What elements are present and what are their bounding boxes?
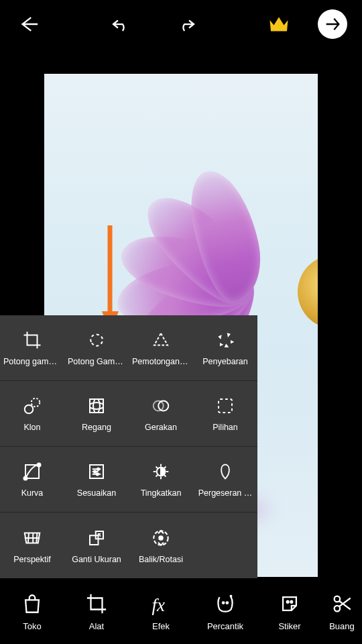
- beautify-icon: [213, 592, 237, 616]
- tool-select[interactable]: Pilihan: [193, 381, 257, 446]
- tool-curve[interactable]: Kurva: [0, 447, 64, 512]
- tool-label: Gerakan: [145, 423, 177, 432]
- tool-perspective[interactable]: Perspektif: [0, 513, 64, 578]
- tool-motion[interactable]: Gerakan: [129, 381, 193, 446]
- svg-point-21: [227, 602, 229, 604]
- tool-label: Potong gamb…: [3, 357, 61, 366]
- svg-text:fx: fx: [152, 594, 166, 614]
- stretch-icon: [86, 395, 107, 417]
- nav-label: Efek: [152, 621, 170, 631]
- svg-point-9: [38, 464, 41, 467]
- svg-point-13: [97, 473, 99, 475]
- disperse-icon: [215, 329, 236, 351]
- nav-shop[interactable]: Toko: [0, 592, 64, 631]
- tool-clone[interactable]: Klon: [0, 381, 64, 446]
- tool-label: Balik/Rotasi: [139, 555, 183, 564]
- svg-point-11: [97, 468, 99, 470]
- redo-icon: [177, 14, 197, 34]
- cutout-icon: [330, 592, 354, 616]
- tool-label: Kurva: [21, 488, 44, 498]
- tool-label: Sesuaikan: [77, 488, 116, 498]
- nav-beautify[interactable]: Percantik: [193, 592, 257, 631]
- tool-label: Penyebaran: [202, 357, 247, 366]
- tool-label: Pergeseran …: [198, 488, 253, 498]
- tool-label: Pemotongan …: [132, 357, 190, 366]
- tool-shape-crop[interactable]: Pemotongan …: [129, 315, 193, 380]
- select-icon: [215, 395, 236, 417]
- nav-sticker[interactable]: Stiker: [257, 592, 322, 631]
- motion-icon: [150, 395, 172, 417]
- curve-icon: [21, 461, 43, 482]
- redo-button[interactable]: [174, 11, 200, 38]
- shape-crop-icon: [150, 329, 172, 351]
- tool-adjust[interactable]: Sesuaikan: [64, 447, 129, 512]
- resize-icon: [86, 527, 107, 549]
- nav-tools[interactable]: Alat: [64, 592, 129, 631]
- svg-rect-3: [90, 399, 103, 413]
- effects-icon: fx: [149, 592, 173, 616]
- tilt-shift-icon: [215, 461, 236, 482]
- crown-icon: [267, 12, 291, 36]
- tool-disperse[interactable]: Penyebaran: [193, 315, 257, 380]
- tool-label: Pilihan: [213, 423, 238, 432]
- tool-flip-rotate[interactable]: Balik/Rotasi: [129, 513, 193, 578]
- tool-label: Perspektif: [13, 555, 51, 564]
- tool-enhance[interactable]: Tingkatkan: [129, 447, 193, 512]
- shop-icon: [20, 592, 44, 616]
- svg-rect-6: [219, 399, 232, 413]
- tool-crop[interactable]: Potong gamb…: [0, 315, 64, 380]
- tool-label: Tingkatkan: [141, 488, 182, 498]
- premium-button[interactable]: [265, 11, 292, 38]
- tool-label: Regang: [82, 423, 111, 432]
- flip-rotate-icon: [150, 527, 172, 549]
- tool-label: Potong Gamb…: [68, 357, 125, 366]
- svg-point-18: [159, 536, 162, 539]
- nav-label: Buang: [329, 621, 355, 631]
- nav-label: Stiker: [278, 621, 300, 631]
- next-button[interactable]: [318, 9, 347, 39]
- tool-resize[interactable]: Ganti Ukuran: [64, 513, 129, 578]
- nav-cutout[interactable]: Buang: [322, 592, 362, 631]
- clone-icon: [21, 395, 43, 417]
- nav-label: Toko: [23, 621, 41, 631]
- back-button[interactable]: [15, 11, 42, 38]
- svg-point-8: [24, 477, 27, 480]
- nav-effects[interactable]: fx Efek: [129, 592, 193, 631]
- tools-icon: [84, 592, 109, 616]
- svg-point-2: [32, 398, 40, 407]
- tool-stretch[interactable]: Regang: [64, 381, 129, 446]
- svg-rect-15: [90, 535, 99, 545]
- perspective-icon: [21, 527, 43, 549]
- tools-panel: Potong gamb… Potong Gamb… Pemotongan … P…: [0, 315, 257, 578]
- tool-label: Klon: [23, 423, 40, 432]
- arrow-left-icon: [17, 13, 40, 36]
- svg-point-1: [25, 405, 34, 414]
- svg-rect-7: [25, 465, 39, 478]
- nav-label: Alat: [89, 621, 104, 631]
- crop-icon: [21, 329, 43, 351]
- svg-point-23: [290, 600, 292, 602]
- enhance-icon: [150, 461, 172, 482]
- tool-tilt-shift[interactable]: Pergeseran …: [193, 447, 257, 512]
- svg-point-12: [94, 470, 96, 472]
- tool-free-crop[interactable]: Potong Gamb…: [64, 315, 129, 380]
- free-crop-icon: [86, 329, 107, 351]
- arrow-right-icon: [323, 15, 342, 34]
- svg-point-20: [223, 602, 225, 604]
- bottom-nav: Toko Alat fx Efek Percantik Stiker Buang: [0, 578, 362, 644]
- svg-point-22: [287, 600, 289, 602]
- sticker-icon: [278, 592, 302, 616]
- nav-label: Percantik: [207, 621, 243, 631]
- tool-label: Ganti Ukuran: [72, 555, 121, 564]
- undo-icon: [110, 14, 130, 34]
- undo-button[interactable]: [107, 11, 133, 38]
- adjust-icon: [86, 461, 107, 482]
